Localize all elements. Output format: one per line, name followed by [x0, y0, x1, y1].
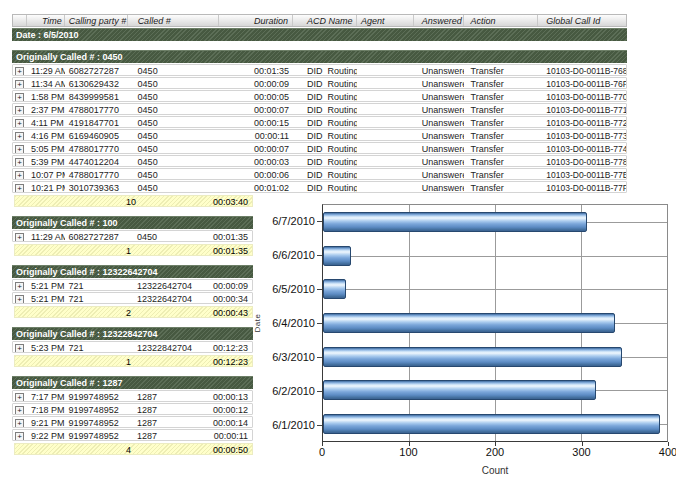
column-header-answered[interactable]: Answered — [414, 15, 464, 26]
cell-calling-party: 4474012204 — [65, 156, 128, 166]
expand-row-button[interactable]: + — [15, 132, 24, 140]
expand-row-button[interactable]: + — [15, 158, 24, 166]
column-header-expander[interactable] — [13, 15, 27, 26]
call-row[interactable]: +4:16 PM6169460905045000:00:11DID_Routin… — [12, 129, 627, 141]
summary-total-duration: 00:12:23 — [196, 356, 252, 366]
column-header-acd-name[interactable]: ACD Name — [293, 15, 357, 26]
expand-row-button[interactable]: + — [15, 432, 24, 440]
x-axis-title-row: Count — [322, 460, 668, 478]
cell-duration: 00:00:15 — [219, 117, 293, 127]
summary-count: 2 — [116, 307, 196, 317]
call-row[interactable]: +11:29 AM6082727287045000:01:35 — [12, 230, 253, 242]
cell-time: 1:58 PM — [27, 91, 65, 101]
call-row[interactable]: +9:21 PM9199748952128700:00:14 — [12, 416, 253, 428]
y-axis-title: Date — [253, 314, 262, 333]
call-row[interactable]: +1:58 PM8439999581045000:00:05DID_Routin… — [12, 90, 627, 102]
expand-row-button[interactable]: + — [15, 145, 24, 153]
call-row[interactable]: +10:07 PM4788017770045000:00:06DID_Routi… — [12, 168, 627, 180]
expander-cell: + — [13, 293, 27, 303]
expander-cell: + — [13, 404, 27, 414]
cell-action: Transfer — [464, 117, 539, 127]
cell-time: 11:29 AM — [27, 231, 65, 241]
cell-answered: Unanswered — [414, 143, 464, 153]
cell-action: Transfer — [464, 91, 539, 101]
call-row[interactable]: +5:05 PM4788017770045000:00:07DID_Routin… — [12, 142, 627, 154]
summary-total-duration: 00:00:50 — [196, 444, 252, 454]
column-header-time[interactable]: Time — [27, 15, 65, 26]
cell-time: 11:29 AM — [27, 65, 65, 75]
expand-row-button[interactable]: + — [15, 171, 24, 179]
cell-duration: 00:00:06 — [219, 169, 293, 179]
cell-duration: 00:00:07 — [219, 104, 293, 114]
y-axis-title-wrap: Date — [252, 204, 264, 442]
cell-duration: 00:00:09 — [206, 280, 252, 290]
summary-count: 1 — [116, 356, 196, 366]
cell-time: 5:39 PM — [27, 156, 65, 166]
cell-calling-party: 721 — [65, 293, 127, 303]
cell-called: 0450 — [128, 130, 220, 140]
expand-row-button[interactable]: + — [15, 93, 24, 101]
call-group: Originally Called # : 12322642704+5:21 P… — [12, 265, 253, 318]
cell-global-call-id: 10103-D0-0011B-77F — [538, 182, 626, 192]
category-label: 6/1/2010 — [272, 419, 315, 431]
call-row[interactable]: +7:18 PM9199748952128700:00:12 — [12, 403, 253, 415]
cell-action: Transfer — [464, 130, 539, 140]
column-header-action[interactable]: Action — [464, 15, 539, 26]
bar-6-7-2010 — [323, 212, 587, 232]
cell-agent — [357, 143, 414, 153]
column-header-agent[interactable]: Agent — [357, 15, 414, 26]
cell-agent — [357, 104, 414, 114]
category-label: 6/2/2010 — [272, 385, 315, 397]
call-row[interactable]: +11:34 AM6130629432045000:00:09DID_Routi… — [12, 77, 627, 89]
expand-row-button[interactable]: + — [15, 184, 24, 192]
category-label: 6/5/2010 — [272, 283, 315, 295]
cell-duration: 00:00:34 — [206, 293, 252, 303]
column-header-global-call-id[interactable]: Global Call Id — [538, 15, 626, 26]
cell-called: 1287 — [127, 417, 206, 427]
cell-time: 10:21 PM — [27, 182, 65, 192]
x-tick-label-200: 200 — [486, 446, 504, 458]
call-row[interactable]: +5:39 PM4474012204045000:00:03DID_Routin… — [12, 155, 627, 167]
call-row[interactable]: +4:11 PM4191847701045000:00:15DID_Routin… — [12, 116, 627, 128]
cell-agent — [357, 117, 414, 127]
bar-6-1-2010 — [323, 414, 660, 434]
call-row[interactable]: +10:21 PM3010739363045000:01:02DID_Routi… — [12, 181, 627, 193]
expand-row-button[interactable]: + — [15, 406, 24, 414]
column-header-called[interactable]: Called # — [128, 15, 220, 26]
call-row[interactable]: +5:23 PM7211232284270400:12:23 — [12, 341, 253, 353]
date-group-band: Date : 6/5/2010 — [12, 28, 627, 41]
x-tick-label-100: 100 — [399, 446, 417, 458]
cell-time: 2:37 PM — [27, 104, 65, 114]
expand-row-button[interactable]: + — [15, 419, 24, 427]
expand-row-button[interactable]: + — [15, 106, 24, 114]
call-row[interactable]: +9:22 PM9199748952128700:00:11 — [12, 429, 253, 441]
x-tick-label-400: 400 — [659, 446, 676, 458]
expand-row-button[interactable]: + — [15, 80, 24, 88]
cell-action: Transfer — [464, 156, 539, 166]
expand-row-button[interactable]: + — [15, 67, 24, 75]
column-header-duration[interactable]: Duration — [219, 15, 293, 26]
cell-calling-party: 9199748952 — [65, 417, 127, 427]
summary-spacer — [15, 356, 116, 366]
group-summary-row: 400:00:50 — [14, 443, 253, 455]
expand-row-button[interactable]: + — [15, 295, 24, 303]
call-row[interactable]: +5:21 PM7211232264270400:00:34 — [12, 292, 253, 304]
group-header-band: Originally Called # : 0450 — [12, 50, 627, 63]
expand-row-button[interactable]: + — [15, 233, 24, 241]
expand-row-button[interactable]: + — [15, 393, 24, 401]
column-header-calling-party[interactable]: Calling party # — [65, 15, 128, 26]
expand-row-button[interactable]: + — [15, 344, 24, 352]
expand-row-button[interactable]: + — [15, 282, 24, 290]
call-row[interactable]: +7:17 PM9199748952128700:00:13 — [12, 390, 253, 402]
summary-spacer — [15, 307, 116, 317]
call-row[interactable]: +5:21 PM7211232264270400:00:09 — [12, 279, 253, 291]
bar-6-6-2010 — [323, 246, 351, 266]
cell-answered: Unanswered — [414, 130, 464, 140]
call-row[interactable]: +2:37 PM4788017770045000:00:07DID_Routin… — [12, 103, 627, 115]
cell-global-call-id: 10103-D0-0011B-76F — [538, 78, 626, 88]
expander-cell: + — [13, 156, 27, 166]
expand-row-button[interactable]: + — [15, 119, 24, 127]
expander-cell: + — [13, 78, 27, 88]
cell-called: 0450 — [128, 169, 220, 179]
call-row[interactable]: +11:29 AM6082727287045000:01:35DID_Routi… — [12, 64, 627, 76]
